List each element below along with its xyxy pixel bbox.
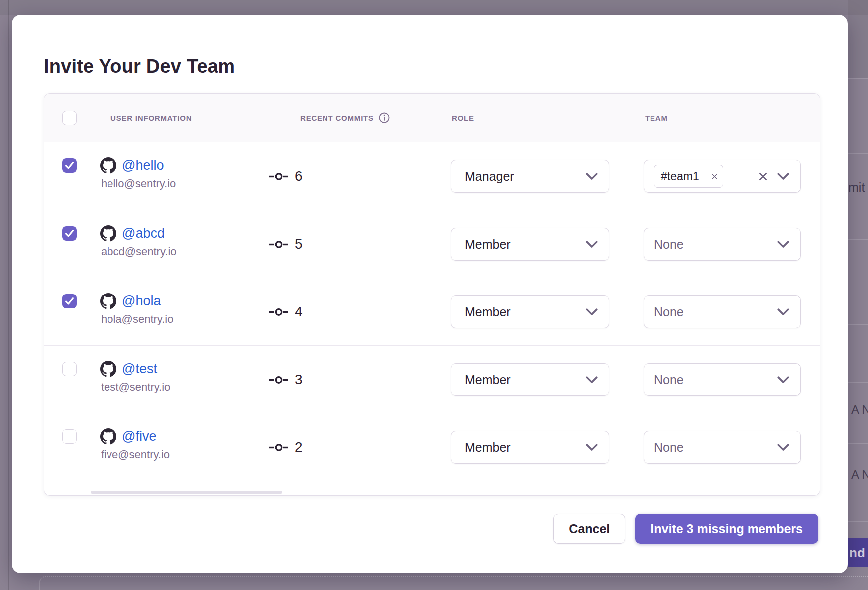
team-select[interactable]: #team1 — [644, 160, 801, 193]
backdrop-panel-corner — [39, 576, 868, 590]
user-info-cell: @hola hola@sentry.io — [100, 293, 173, 326]
cancel-button[interactable]: Cancel — [553, 514, 625, 544]
team-select[interactable]: None — [644, 363, 801, 396]
check-icon — [65, 230, 74, 237]
user-info-cell: @test test@sentry.io — [100, 361, 170, 393]
column-header-user-information: USER INFORMATION — [110, 94, 192, 142]
column-header-team: TEAM — [645, 94, 668, 142]
user-info-cell: @five five@sentry.io — [100, 428, 170, 461]
backdrop-row-line — [848, 443, 868, 444]
user-email: abcd@sentry.io — [101, 245, 177, 258]
chevron-down-icon — [777, 241, 789, 248]
chevron-down-icon — [586, 308, 598, 316]
invite-members-table: USER INFORMATION RECENT COMMITS ROLE TEA… — [44, 93, 820, 496]
table-row: @hola hola@sentry.io 4 Member None — [44, 278, 820, 345]
github-handle-link[interactable]: @test — [122, 361, 157, 377]
team-select[interactable]: None — [644, 431, 801, 464]
backdrop-text-fragment: mit — [848, 180, 865, 195]
commits-cell: 2 — [269, 413, 303, 481]
info-icon[interactable] — [379, 112, 390, 123]
commits-cell: 3 — [269, 346, 303, 413]
commit-icon — [269, 308, 288, 316]
row-checkbox[interactable] — [62, 429, 77, 444]
row-checkbox[interactable] — [62, 294, 77, 308]
modal-footer: Cancel Invite 3 missing members — [553, 514, 818, 544]
chevron-down-icon — [586, 376, 598, 384]
team-select-value: None — [654, 237, 684, 252]
github-icon — [100, 157, 116, 174]
github-handle-link[interactable]: @five — [122, 429, 156, 444]
clear-selection-icon[interactable] — [759, 172, 767, 181]
github-icon — [100, 225, 116, 242]
commits-cell: 6 — [269, 142, 303, 210]
team-select-value: None — [654, 373, 684, 387]
commit-count: 5 — [295, 236, 303, 252]
github-icon — [100, 361, 116, 377]
commit-icon — [269, 240, 288, 249]
table-row: @abcd abcd@sentry.io 5 Member None — [44, 210, 820, 278]
commit-count: 6 — [295, 168, 303, 184]
remove-team-icon[interactable] — [706, 165, 723, 187]
backdrop-button-fragment: nd — [848, 538, 868, 567]
chevron-down-icon — [777, 444, 789, 451]
team-tag-label: #team1 — [654, 170, 706, 183]
table-row: @hello hello@sentry.io 6 Manager #team1 — [44, 142, 820, 210]
column-header-recent-commits: RECENT COMMITS — [300, 94, 390, 142]
backdrop-right-shade — [848, 0, 868, 78]
column-header-role: ROLE — [452, 94, 474, 142]
backdrop-sidebar-edge — [8, 0, 9, 590]
backdrop-text-fragment: A Nc — [851, 468, 868, 482]
role-select-value: Member — [465, 305, 511, 319]
github-handle-link[interactable]: @abcd — [122, 226, 165, 241]
backdrop-row-line — [848, 239, 868, 240]
user-info-cell: @abcd abcd@sentry.io — [100, 225, 177, 258]
commit-icon — [269, 172, 288, 181]
invite-members-button[interactable]: Invite 3 missing members — [635, 514, 818, 544]
team-select[interactable]: None — [644, 295, 801, 328]
role-select[interactable]: Manager — [451, 160, 609, 193]
backdrop-row-line — [848, 324, 868, 325]
team-tag: #team1 — [654, 165, 723, 188]
role-select[interactable]: Member — [451, 228, 609, 261]
user-email: hola@sentry.io — [101, 313, 173, 326]
role-select-value: Member — [465, 440, 511, 455]
commits-cell: 5 — [269, 210, 303, 278]
team-select-value: None — [654, 440, 684, 455]
select-all-checkbox[interactable] — [62, 111, 77, 125]
role-select-value: Member — [465, 237, 511, 252]
commits-cell: 4 — [269, 278, 303, 346]
chevron-down-icon — [777, 376, 789, 384]
row-checkbox[interactable] — [62, 226, 77, 241]
github-handle-link[interactable]: @hola — [122, 294, 161, 309]
role-select[interactable]: Member — [451, 431, 609, 464]
chevron-down-icon — [586, 444, 598, 451]
commit-count: 2 — [295, 439, 303, 455]
commit-count: 4 — [295, 304, 303, 320]
check-icon — [65, 297, 74, 305]
backdrop-row-line — [848, 521, 868, 522]
table-row: @test test@sentry.io 3 Member None — [44, 345, 820, 413]
backdrop-text-fragment: A No — [851, 403, 868, 417]
user-email: test@sentry.io — [101, 381, 170, 393]
chevron-down-icon — [586, 241, 598, 248]
team-select-value: None — [654, 305, 684, 319]
modal-title: Invite Your Dev Team — [44, 56, 235, 77]
github-icon — [100, 428, 116, 445]
team-select[interactable]: None — [644, 228, 801, 261]
screen: mit A No A Nc nd Invite Your Dev Team US… — [0, 0, 868, 590]
backdrop-row-line — [848, 78, 868, 79]
backdrop-row-line — [848, 382, 868, 383]
horizontal-scrollbar-thumb[interactable] — [91, 491, 282, 494]
backdrop-row-line — [848, 153, 868, 154]
row-checkbox[interactable] — [62, 158, 77, 173]
role-select[interactable]: Member — [451, 295, 609, 328]
row-checkbox[interactable] — [62, 362, 77, 376]
role-select[interactable]: Member — [451, 363, 609, 396]
commit-icon — [269, 443, 288, 452]
chevron-down-icon — [777, 173, 789, 180]
github-handle-link[interactable]: @hello — [122, 158, 164, 173]
commit-count: 3 — [295, 372, 303, 388]
user-email: five@sentry.io — [101, 448, 170, 461]
invite-dev-team-modal: Invite Your Dev Team USER INFORMATION RE… — [12, 15, 848, 573]
chevron-down-icon — [777, 308, 789, 316]
